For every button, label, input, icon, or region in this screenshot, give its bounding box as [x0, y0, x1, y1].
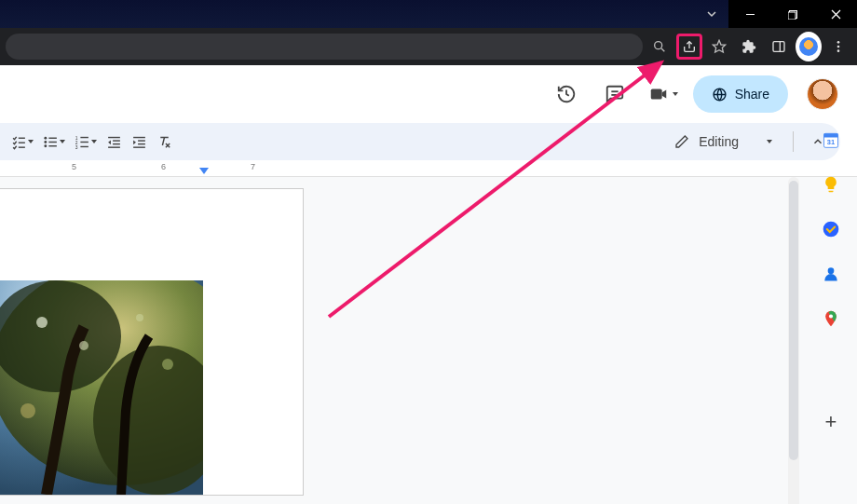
os-titlebar [0, 0, 857, 28]
svg-rect-29 [80, 136, 88, 137]
svg-point-26 [44, 144, 47, 147]
maps-icon[interactable] [822, 309, 840, 328]
ruler-number: 5 [72, 162, 76, 171]
svg-rect-42 [133, 146, 145, 147]
svg-rect-39 [133, 136, 145, 137]
svg-marker-43 [133, 140, 136, 144]
svg-rect-36 [113, 143, 120, 143]
share-button[interactable]: Share [693, 75, 788, 113]
svg-marker-17 [661, 89, 666, 98]
chevron-down-icon [28, 140, 34, 143]
svg-point-5 [655, 42, 662, 49]
user-avatar[interactable] [807, 78, 838, 110]
svg-point-11 [837, 41, 840, 44]
meet-video-button[interactable] [645, 75, 682, 113]
svg-point-53 [20, 403, 35, 418]
calendar-icon[interactable]: 31 [822, 130, 840, 149]
svg-rect-25 [48, 141, 57, 142]
clear-formatting-button[interactable] [155, 130, 174, 154]
svg-rect-37 [108, 146, 120, 147]
chevron-down-icon [767, 140, 772, 143]
editing-mode-label: Editing [699, 134, 739, 149]
numbered-list-button[interactable]: 123 [73, 130, 99, 154]
svg-text:1: 1 [75, 135, 78, 140]
svg-rect-40 [138, 140, 145, 141]
chevron-down-icon [673, 92, 678, 96]
svg-rect-31 [80, 141, 88, 142]
svg-rect-23 [48, 137, 57, 138]
docs-header: Share [0, 65, 857, 123]
side-panel: 31 + [805, 123, 857, 434]
svg-rect-27 [48, 145, 57, 146]
ruler-number: 6 [161, 162, 166, 171]
extensions-icon[interactable] [736, 34, 762, 60]
svg-point-52 [136, 314, 143, 321]
horizontal-ruler[interactable]: 5 6 7 [0, 160, 857, 177]
version-history-icon[interactable] [548, 75, 585, 113]
svg-rect-56 [824, 133, 838, 137]
scrollbar-thumb[interactable] [789, 181, 798, 460]
svg-rect-35 [113, 140, 120, 141]
chevron-down-icon [60, 140, 65, 143]
svg-rect-33 [80, 145, 88, 146]
svg-point-58 [823, 222, 839, 238]
svg-rect-34 [108, 136, 120, 137]
svg-point-54 [162, 359, 173, 370]
ruler-number: 7 [251, 162, 255, 171]
browser-share-button[interactable] [676, 34, 702, 60]
checklist-button[interactable] [9, 130, 35, 154]
tab-dropdown-button[interactable] [695, 0, 728, 28]
docs-toolbar: 123 Editing [0, 123, 840, 160]
tasks-icon[interactable] [822, 220, 840, 238]
svg-point-50 [36, 317, 48, 328]
comments-icon[interactable] [596, 75, 633, 113]
svg-point-13 [837, 49, 840, 52]
address-bar[interactable] [6, 34, 643, 60]
svg-point-51 [79, 341, 88, 350]
editing-mode-button[interactable]: Editing [665, 130, 782, 153]
svg-text:3: 3 [75, 144, 78, 149]
svg-point-24 [44, 141, 47, 143]
inserted-image[interactable] [0, 280, 203, 495]
svg-rect-2 [788, 12, 796, 20]
svg-rect-41 [138, 143, 145, 143]
bookmark-star-icon[interactable] [706, 34, 732, 60]
decrease-indent-button[interactable] [104, 130, 124, 154]
svg-rect-16 [650, 89, 661, 100]
bulleted-list-button[interactable] [41, 130, 67, 154]
minimize-button[interactable] [728, 0, 771, 28]
svg-marker-8 [713, 40, 725, 52]
svg-rect-9 [773, 42, 784, 52]
indent-marker[interactable] [199, 168, 209, 174]
svg-marker-38 [108, 140, 111, 144]
close-button[interactable] [814, 0, 857, 28]
profile-avatar[interactable] [796, 34, 822, 60]
vertical-scrollbar[interactable] [788, 177, 799, 504]
svg-point-12 [837, 46, 840, 48]
browser-toolbar [0, 28, 857, 65]
sidepanel-toggle-icon[interactable] [766, 34, 792, 60]
share-button-label: Share [735, 87, 769, 102]
search-icon[interactable] [646, 34, 673, 60]
browser-menu-icon[interactable] [825, 34, 851, 60]
maximize-button[interactable] [771, 0, 814, 28]
toolbar-divider [793, 131, 794, 152]
add-addon-button[interactable]: + [825, 410, 837, 434]
keep-icon[interactable] [822, 175, 840, 194]
svg-text:31: 31 [827, 138, 835, 146]
svg-point-22 [44, 136, 47, 139]
svg-line-6 [661, 48, 664, 51]
svg-point-59 [828, 267, 835, 274]
document-page[interactable] [0, 188, 304, 496]
os-window-controls [695, 0, 857, 28]
contacts-icon[interactable] [822, 265, 840, 283]
document-area [0, 177, 857, 504]
increase-indent-button[interactable] [129, 130, 149, 154]
svg-text:2: 2 [75, 140, 78, 144]
chevron-down-icon [91, 140, 97, 143]
svg-point-60 [829, 314, 833, 318]
